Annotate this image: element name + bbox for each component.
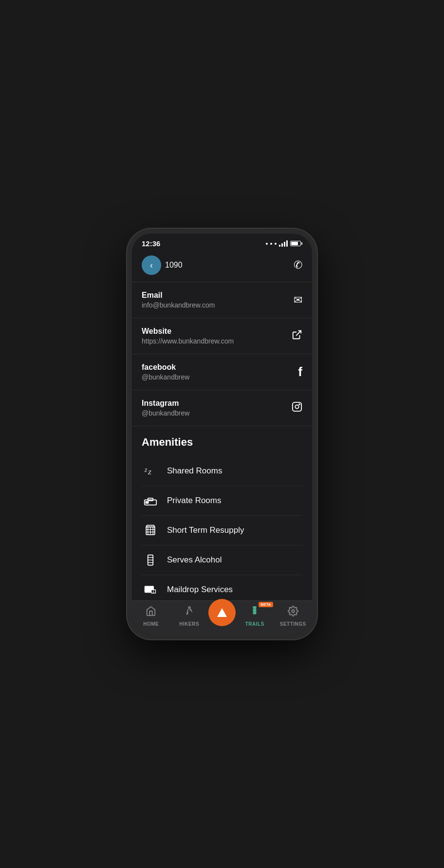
amenity-serves-alcohol: Serves Alcohol (142, 545, 302, 575)
svg-rect-8 (146, 501, 149, 504)
facebook-value: @bunkandbrew (142, 373, 189, 381)
back-icon: ‹ (150, 260, 153, 271)
email-row[interactable]: Email info@bunkandbrew.com ✉ (132, 282, 312, 318)
nav-center-button[interactable] (208, 599, 236, 626)
instagram-row[interactable]: Instagram @bunkandbrew (132, 390, 312, 426)
phone-frame: 12:36 ‹ 1090 (127, 229, 317, 639)
svg-text:Z: Z (148, 469, 151, 476)
home-label: HOME (143, 621, 159, 627)
status-icons (266, 240, 302, 247)
back-button[interactable]: ‹ (142, 255, 161, 275)
phone-call-icon[interactable]: ✆ (294, 259, 302, 271)
header-row: ‹ 1090 ✆ (132, 251, 312, 282)
amenities-title: Amenities (142, 436, 302, 449)
email-label: Email (142, 291, 215, 300)
screen-content[interactable]: ‹ 1090 ✆ Email info@bunkandbrew.com ✉ We… (132, 251, 312, 600)
settings-label: SETTINGS (280, 621, 306, 627)
website-value: https://www.bunkandbrew.com (142, 337, 234, 345)
alcohol-icon (142, 551, 159, 569)
nav-home[interactable]: HOME (132, 606, 170, 627)
private-rooms-icon (142, 492, 159, 509)
svg-text:Z: Z (145, 468, 148, 473)
trails-label: TRAILS (245, 621, 264, 627)
svg-rect-1 (293, 402, 301, 411)
status-time: 12:36 (142, 239, 160, 248)
resupply-label: Short Term Resupply (167, 525, 244, 535)
hikers-label: HIKERS (179, 621, 199, 627)
email-icon[interactable]: ✉ (294, 294, 302, 307)
svg-point-2 (295, 405, 298, 408)
phone-notch (185, 234, 259, 247)
dot2 (270, 243, 272, 245)
svg-point-37 (188, 607, 190, 609)
amenities-section: Amenities Z Z Shared Rooms (132, 426, 312, 600)
svg-point-44 (292, 610, 295, 613)
phone-number-text: 1090 (161, 261, 294, 270)
amenity-maildrop: Maildrop Services (142, 575, 302, 600)
beta-badge: BETA (259, 602, 273, 607)
trails-icon (249, 606, 260, 619)
hikers-icon (184, 606, 195, 619)
battery-icon (290, 241, 302, 246)
svg-point-3 (299, 404, 300, 405)
facebook-icon[interactable]: f (298, 364, 302, 380)
website-label: Website (142, 327, 234, 336)
email-value: info@bunkandbrew.com (142, 301, 215, 309)
resupply-icon (142, 522, 159, 539)
instagram-label: Instagram (142, 399, 189, 408)
dot1 (266, 243, 268, 245)
signal-icon (279, 240, 288, 247)
external-link-icon[interactable] (292, 329, 302, 343)
settings-icon (288, 606, 298, 619)
amenity-short-term-resupply: Short Term Resupply (142, 516, 302, 545)
shared-rooms-label: Shared Rooms (167, 466, 222, 476)
svg-line-0 (296, 330, 301, 335)
instagram-value: @bunkandbrew (142, 409, 189, 417)
facebook-label: facebook (142, 363, 189, 372)
amenity-private-rooms: Private Rooms (142, 486, 302, 516)
facebook-row[interactable]: facebook @bunkandbrew f (132, 354, 312, 390)
svg-marker-39 (217, 608, 227, 617)
nav-hikers[interactable]: HIKERS (170, 606, 209, 627)
nav-trails[interactable]: BETA TRAILS (236, 606, 274, 627)
instagram-icon[interactable] (292, 401, 302, 415)
private-rooms-label: Private Rooms (167, 496, 221, 506)
bottom-nav: HOME HIKERS BETA (132, 600, 312, 634)
nav-settings[interactable]: SETTINGS (274, 606, 313, 627)
alcohol-label: Serves Alcohol (167, 555, 222, 565)
dot3 (275, 243, 277, 245)
side-button-right-bottom (315, 307, 317, 336)
home-icon (146, 606, 156, 619)
maildrop-label: Maildrop Services (167, 585, 233, 595)
side-button-left (127, 292, 129, 311)
maildrop-icon (142, 581, 159, 598)
shared-rooms-icon: Z Z (142, 462, 159, 480)
amenity-shared-rooms: Z Z Shared Rooms (142, 456, 302, 486)
website-row[interactable]: Website https://www.bunkandbrew.com (132, 318, 312, 354)
side-button-right-top (315, 282, 317, 297)
